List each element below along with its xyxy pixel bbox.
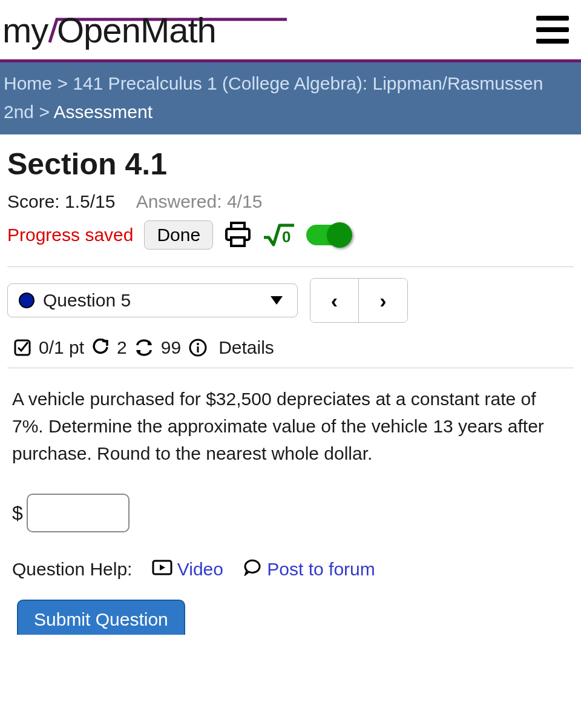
svg-point-8: [197, 343, 199, 345]
submit-question-button[interactable]: Submit Question: [17, 600, 185, 635]
svg-rect-9: [197, 346, 199, 352]
question-selector[interactable]: Question 5: [7, 283, 298, 317]
svg-text:my: my: [2, 10, 48, 50]
chevron-down-icon: [271, 296, 283, 305]
breadcrumb: Home > 141 Precalculus 1 (College Algebr…: [0, 62, 581, 134]
chat-icon: [243, 558, 262, 580]
info-icon[interactable]: [188, 338, 208, 357]
answered-label: Answered:: [136, 191, 222, 211]
answer-prefix: $: [12, 502, 23, 524]
points-value: 0/1 pt: [39, 337, 84, 358]
score-label: Score:: [7, 191, 60, 211]
score-line: Score: 1.5/15 Answered: 4/15: [7, 191, 574, 212]
svg-text:OpenMath: OpenMath: [57, 10, 216, 50]
status-dot-icon: [19, 293, 34, 308]
retry-icon: [91, 339, 110, 357]
logo[interactable]: my OpenMath: [2, 5, 293, 55]
question-nav: ‹ ›: [310, 278, 408, 323]
math-input-icon: 0: [263, 222, 295, 248]
regen-icon: [134, 339, 154, 357]
question-selector-label: Question 5: [43, 290, 131, 311]
svg-rect-4: [231, 237, 245, 246]
question-text: A vehicle purchased for $32,500 deprecia…: [7, 385, 574, 467]
breadcrumb-current: Assessment: [54, 102, 153, 122]
forum-help-link[interactable]: Post to forum: [243, 558, 375, 580]
checkbox-icon: [13, 339, 31, 357]
details-link[interactable]: Details: [218, 337, 274, 358]
video-icon: [152, 559, 172, 580]
svg-text:0: 0: [282, 228, 290, 246]
video-help-link[interactable]: Video: [152, 559, 223, 580]
attempts-value: 99: [161, 337, 181, 358]
progress-saved-text: Progress saved: [7, 225, 133, 245]
score-value: 1.5/15: [65, 191, 115, 211]
next-question-button[interactable]: ›: [359, 279, 407, 322]
question-meta: 0/1 pt 2 99 Details: [7, 334, 574, 368]
help-label: Question Help:: [12, 559, 132, 580]
done-button[interactable]: Done: [144, 220, 213, 250]
tries-value: 2: [117, 337, 127, 358]
print-icon[interactable]: [224, 222, 252, 248]
page-title: Section 4.1: [7, 147, 574, 182]
menu-icon[interactable]: [536, 16, 569, 44]
top-bar: my OpenMath: [0, 0, 581, 62]
answered-value: 4/15: [227, 191, 262, 211]
answer-input[interactable]: [27, 494, 130, 532]
breadcrumb-home[interactable]: Home: [4, 73, 52, 93]
prev-question-button[interactable]: ‹: [310, 279, 359, 322]
math-input-toggle[interactable]: [306, 225, 350, 245]
